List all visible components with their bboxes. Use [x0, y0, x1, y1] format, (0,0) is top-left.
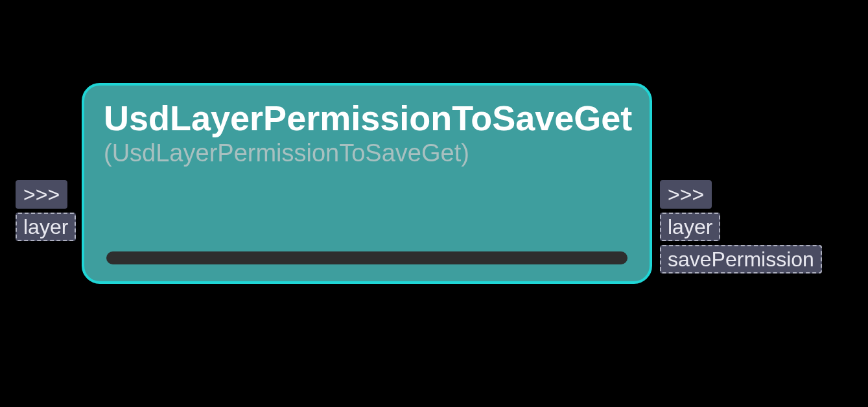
- output-port-save-permission[interactable]: savePermission: [660, 245, 822, 273]
- port-label: >>>: [668, 183, 704, 207]
- node-title: UsdLayerPermissionToSaveGet: [104, 100, 630, 137]
- node-subtitle: (UsdLayerPermissionToSaveGet): [104, 139, 630, 167]
- output-port-layer[interactable]: layer: [660, 213, 720, 241]
- port-label: >>>: [23, 183, 60, 207]
- port-label: layer: [23, 215, 68, 239]
- node-graph-canvas[interactable]: UsdLayerPermissionToSaveGet (UsdLayerPer…: [0, 0, 868, 407]
- port-label: layer: [668, 215, 712, 239]
- node-usd-layer-permission-to-save-get[interactable]: UsdLayerPermissionToSaveGet (UsdLayerPer…: [82, 83, 652, 284]
- node-footer-bar: [106, 251, 628, 264]
- output-port-exec[interactable]: >>>: [660, 180, 712, 209]
- port-label: savePermission: [668, 248, 814, 272]
- input-port-exec[interactable]: >>>: [16, 180, 67, 209]
- input-port-layer[interactable]: layer: [16, 213, 76, 241]
